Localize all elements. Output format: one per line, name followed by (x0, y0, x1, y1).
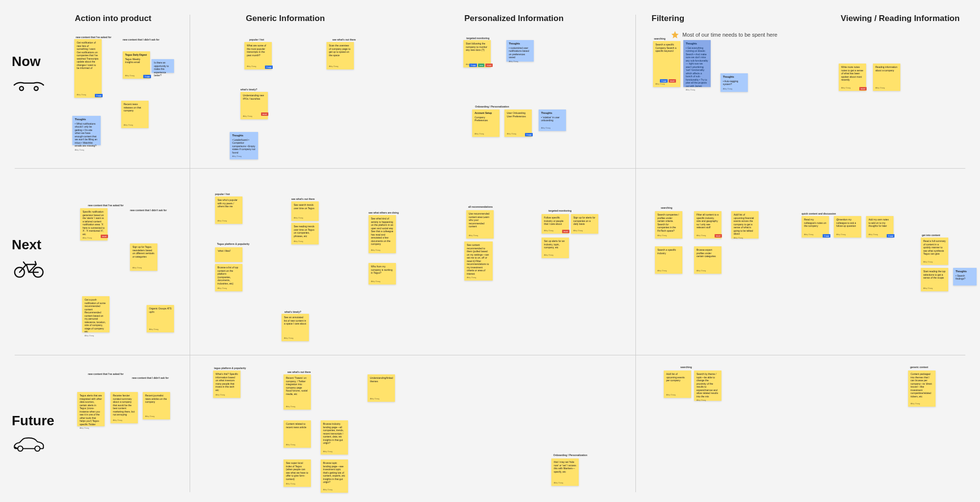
sticky-note[interactable]: Thoughts • Auto-tagging system? Abby Cha… (720, 73, 748, 92)
tag[interactable]: must (859, 87, 867, 90)
sticky-note[interactable]: Browse a list of top content on the plat… (215, 264, 242, 291)
tag[interactable]: now (478, 64, 484, 67)
sticky-note[interactable]: See super-local index of Tegus (when peo… (283, 459, 311, 487)
note-body: Sign up for Tegus newsletters based on d… (132, 245, 155, 265)
note-author: Abby Chang (370, 398, 392, 400)
sticky-note[interactable]: Addl list of upcoming events per company… (664, 371, 691, 398)
sticky-note[interactable]: Tegus alerts that are integrated with ot… (77, 392, 105, 426)
sticky-note[interactable]: Thoughts • 'sidebar' in user onboarding … (539, 109, 566, 131)
sticky-note[interactable]: Browse industry landing page—all compani… (321, 420, 348, 455)
sticky-note[interactable]: Sign up for alerts for companies on a da… (571, 214, 598, 234)
note-author: Abby Chang (723, 88, 745, 90)
note-author: Abby Chang (243, 115, 265, 118)
sticky-note[interactable]: Thoughts • Get everything running on Ela… (683, 40, 711, 87)
note-author: Abby Chang (697, 399, 719, 402)
tag[interactable]: 1 opp (887, 234, 894, 238)
sticky-note[interactable]: See what kind of activity is happening o… (369, 215, 396, 253)
tag[interactable]: 1 opp (95, 94, 103, 97)
tag[interactable]: 1 opp (660, 79, 668, 83)
sticky-note[interactable]: See content recommended to them (pulled … (464, 241, 493, 281)
sticky-note[interactable]: Read a full summary of content in a quic… (921, 238, 948, 265)
tag[interactable]: 1 opp (143, 75, 151, 78)
sticky-note[interactable]: Is there an opportunity to make this exp… (152, 59, 174, 73)
sticky-note[interactable]: See who's popular with my peers / others… (215, 196, 242, 224)
sticky-note[interactable]: Search companies / profiles under certai… (655, 211, 682, 239)
sticky-note[interactable]: Recent news releases on that company Abb… (121, 101, 149, 128)
note-author: Abby Chang (657, 270, 680, 272)
note-body: User Onboarding User Preferences (507, 111, 529, 131)
tag[interactable]: must (485, 64, 493, 67)
sticky-note[interactable]: Browse topic landing page—see investment… (321, 459, 348, 493)
tag[interactable]: must (715, 234, 722, 238)
sticky-note[interactable]: @mention my colleague to ask a follow-up… (834, 216, 861, 238)
tag[interactable]: 1 opp (265, 65, 273, 69)
section-label: targeted monitoring (548, 209, 571, 212)
note-body: Search a specific Company Search a speci… (655, 43, 678, 82)
note-body: See what kind of activity is happening o… (371, 217, 393, 248)
note-body: Browse expert profiles under certain cat… (697, 248, 719, 268)
tag[interactable]: 1 opp (823, 234, 830, 238)
section-label: get into content (922, 234, 940, 237)
note-body: Set up alerts for an industry, topic, co… (544, 240, 566, 253)
note-body: Company Preferences (475, 116, 497, 132)
sticky-note[interactable]: Understanding/linked themes Abby Chang (368, 374, 395, 402)
note-author: Abby Chang (666, 394, 689, 396)
sticky-note[interactable]: that I may set 'hide now' or 'set' I acc… (551, 458, 579, 486)
tag[interactable]: must (101, 235, 108, 238)
sticky-note[interactable]: 'what i liked' (215, 247, 242, 262)
note-author: Abby Chang (323, 489, 346, 491)
section-label: all recommendations (468, 205, 493, 208)
sticky-note[interactable]: Get notification of new lists of somethi… (74, 39, 102, 98)
sticky-note[interactable]: Recent 'Tweets' on company, / Twitter in… (283, 374, 311, 410)
sticky-note[interactable]: Thoughts • customized user notifications… (506, 40, 534, 62)
tag[interactable]: must (669, 79, 676, 83)
note-author: Abby Chang (75, 149, 98, 152)
sticky-note[interactable]: Scan the overview of company page to get… (327, 42, 354, 69)
note-header: Thoughts (75, 118, 98, 121)
sticky-note[interactable]: Organic Groups ATS up/in Abby Chang (147, 305, 174, 332)
note-author: Abby Chang (149, 328, 172, 331)
note-author: Abby Chang (573, 230, 596, 232)
sticky-note[interactable]: What's this? Specific information based … (213, 371, 240, 398)
note-body: • 'sidebar' in user onboarding (541, 116, 564, 126)
row-divider-1 (15, 168, 965, 169)
sticky-note[interactable]: Get a push notification of some recommen… (82, 296, 109, 332)
sticky-note[interactable]: See search trends over time on Tegus Abb… (291, 201, 319, 221)
sticky-note[interactable]: See an annotated list of new content in … (282, 314, 309, 341)
sticky-note[interactable]: Search a specific industry Abby Chang (655, 246, 682, 274)
section-label: quick content and discussion (802, 212, 836, 215)
note-body: Addl list of upcoming events per company (666, 372, 689, 393)
tag[interactable]: 1 opp (469, 64, 477, 67)
note-body: What's this? Specific information based … (216, 372, 238, 393)
tag[interactable]: must (562, 230, 569, 233)
sticky-note[interactable]: Addl list of upcoming financial events a… (731, 211, 759, 239)
col-header-personal: Personalized Information (464, 14, 564, 23)
sticky-note[interactable]: Account Setup Company Preferences Abby C… (472, 109, 500, 137)
sticky-note[interactable]: Sign up for Tegus newsletters based on d… (130, 243, 157, 271)
sticky-note[interactable]: Reading information about a company Abby… (873, 64, 900, 91)
sticky-note[interactable]: Start reading the top selections to get … (921, 268, 948, 291)
note-body: Browse industry landing page—all compani… (323, 422, 346, 449)
sticky-note[interactable]: Search by theme / topic—be able to chang… (694, 371, 721, 401)
sticky-note[interactable]: See reading trends over time on Tegus on… (291, 223, 319, 244)
sticky-note[interactable]: Thoughts • Search findings? (953, 268, 977, 285)
sticky-note[interactable]: Recent journalist news articles on the c… (143, 392, 170, 419)
sticky-note[interactable]: Set up alerts for an industry, topic, co… (542, 238, 569, 258)
sticky-note[interactable]: Who from my company is working in Tegus?… (369, 263, 396, 284)
sticky-note[interactable]: Thoughts • Leaderboard • Competitor comp… (230, 132, 258, 159)
sticky-note[interactable]: Receive fancier curated summary about a … (110, 392, 138, 423)
note-body: Start following the company to monitor a… (466, 42, 488, 62)
tag[interactable]: must (261, 112, 268, 116)
sticky-note[interactable]: Use recommended content area Learn who y… (466, 210, 494, 239)
note-body: Get notification of new lists of somethi… (77, 41, 99, 92)
sticky-note[interactable]: Thoughts • What notifications should I o… (72, 116, 101, 145)
sticky-note[interactable]: Browse expert profiles under certain cat… (694, 246, 721, 274)
note-header: Thoughts (723, 75, 745, 79)
sticky-note[interactable]: Content related to recent news article A… (283, 420, 311, 448)
tag[interactable]: 1 opp (525, 133, 533, 136)
board-canvas[interactable]: Now Next Future Action into product Gene… (0, 0, 980, 502)
note-body: Add my own notes to add on to my thought… (869, 218, 891, 232)
note-body: Recent journalist news articles on the c… (145, 394, 168, 414)
note-body: Read a full summary of content in a quic… (923, 240, 946, 260)
sticky-note[interactable]: Content packaged into themes that I can … (908, 371, 936, 407)
